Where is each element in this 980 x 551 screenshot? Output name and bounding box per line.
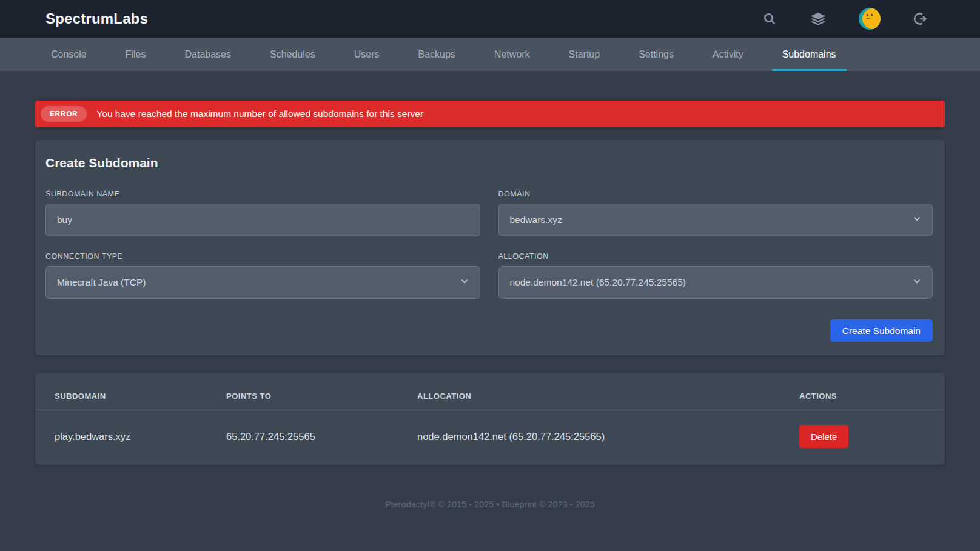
app-title: SpectrumLabs [45, 10, 148, 27]
delete-subdomain-button[interactable]: Delete [799, 425, 848, 448]
connection-type-label: CONNECTION TYPE [45, 252, 480, 261]
allocation-select-value: node.demon142.net (65.20.77.245:25565) [510, 277, 686, 288]
tab-network[interactable]: Network [484, 38, 540, 71]
domain-select-value: bedwars.xyz [510, 215, 562, 225]
chevron-down-icon [913, 215, 921, 225]
tab-activity[interactable]: Activity [702, 38, 754, 71]
col-points-to: POINTS TO [226, 373, 417, 410]
subdomain-name-label: SUBDOMAIN NAME [45, 190, 480, 198]
connection-type-select[interactable]: Minecraft Java (TCP) [45, 266, 480, 299]
footer-credits: Pterodactyl® © 2015 - 2025 • Blueprint ©… [35, 499, 945, 509]
avatar-eye [871, 14, 873, 16]
tab-startup[interactable]: Startup [559, 38, 611, 71]
tab-schedules[interactable]: Schedules [260, 38, 326, 71]
field-domain: DOMAIN bedwars.xyz [498, 190, 933, 236]
error-badge: ERROR [41, 106, 87, 122]
tab-backups[interactable]: Backups [408, 38, 465, 71]
cell-subdomain: play.bedwars.xyz [35, 410, 226, 466]
chevron-down-icon [460, 277, 469, 288]
table-header-row: SUBDOMAIN POINTS TO ALLOCATION ACTIONS [35, 373, 945, 410]
col-allocation: ALLOCATION [417, 373, 799, 410]
tab-console[interactable]: Console [41, 38, 97, 71]
avatar-eye [867, 14, 868, 16]
server-nav: Console Files Databases Schedules Users … [0, 38, 980, 71]
tab-users[interactable]: Users [344, 38, 390, 71]
logout-icon[interactable] [913, 11, 929, 27]
create-subdomain-button[interactable]: Create Subdomain [830, 319, 933, 342]
subdomains-table-card: SUBDOMAIN POINTS TO ALLOCATION ACTIONS p… [35, 373, 945, 465]
tab-settings[interactable]: Settings [628, 38, 684, 71]
layers-icon[interactable] [810, 11, 826, 27]
col-subdomain: SUBDOMAIN [35, 373, 226, 410]
connection-type-select-value: Minecraft Java (TCP) [57, 277, 146, 288]
allocation-label: ALLOCATION [498, 252, 933, 261]
form-grid: SUBDOMAIN NAME DOMAIN bedwars.xyz CONNEC… [45, 190, 933, 299]
form-actions: Create Subdomain [45, 319, 933, 342]
tab-files[interactable]: Files [115, 38, 156, 71]
field-connection-type: CONNECTION TYPE Minecraft Java (TCP) [45, 252, 480, 299]
avatar-mouth [867, 18, 870, 19]
top-header: SpectrumLabs [0, 0, 980, 38]
error-message: You have reached the maximum number of a… [96, 109, 423, 119]
cell-allocation: node.demon142.net (65.20.77.245:25565) [417, 410, 799, 466]
tab-databases[interactable]: Databases [174, 38, 241, 71]
avatar-face [862, 8, 881, 29]
domain-select[interactable]: bedwars.xyz [498, 204, 933, 236]
col-actions: ACTIONS [799, 373, 945, 410]
subdomains-table: SUBDOMAIN POINTS TO ALLOCATION ACTIONS p… [35, 373, 945, 465]
search-icon[interactable] [762, 11, 777, 27]
domain-label: DOMAIN [498, 190, 933, 198]
card-title: Create Subdomain [45, 156, 933, 170]
create-subdomain-card: Create Subdomain SUBDOMAIN NAME DOMAIN b… [35, 140, 945, 355]
header-actions [762, 8, 929, 30]
cell-points-to: 65.20.77.245:25565 [226, 410, 417, 466]
allocation-select[interactable]: node.demon142.net (65.20.77.245:25565) [498, 266, 933, 299]
cell-actions: Delete [799, 410, 945, 466]
chevron-down-icon [913, 277, 921, 288]
field-allocation: ALLOCATION node.demon142.net (65.20.77.2… [498, 252, 933, 299]
error-alert: ERROR You have reached the maximum numbe… [35, 101, 945, 127]
page-content: ERROR You have reached the maximum numbe… [35, 71, 945, 509]
field-subdomain-name: SUBDOMAIN NAME [45, 190, 480, 236]
table-row: play.bedwars.xyz 65.20.77.245:25565 node… [35, 410, 945, 466]
subdomain-name-input[interactable] [45, 204, 480, 236]
user-avatar[interactable] [859, 8, 881, 30]
tab-subdomains[interactable]: Subdomains [772, 38, 847, 71]
